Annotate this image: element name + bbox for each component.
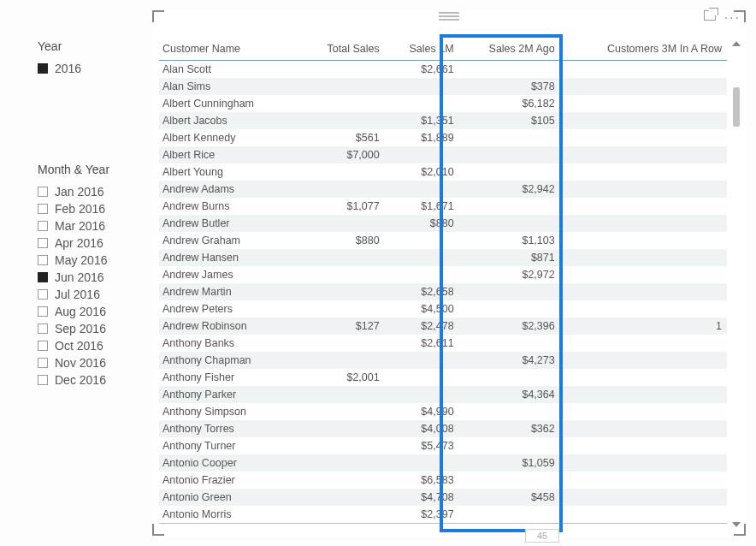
slicer-year-item[interactable]: 2016 bbox=[38, 60, 140, 77]
checkbox-icon[interactable] bbox=[38, 375, 48, 385]
cell-c3 bbox=[560, 112, 727, 129]
slicer-month-label: Jul 2016 bbox=[55, 288, 100, 301]
cell-name: Alan Sims bbox=[159, 78, 298, 95]
slicer-month-label: Mar 2016 bbox=[55, 219, 105, 233]
cell-name: Anthony Turner bbox=[159, 437, 298, 454]
table-row[interactable]: Albert Cunningham$6,182 bbox=[159, 95, 727, 112]
slicer-month-item[interactable]: Apr 2016 bbox=[38, 234, 140, 252]
slicer-month-label: Sep 2016 bbox=[55, 322, 106, 335]
cell-c3 bbox=[560, 403, 727, 420]
table-row[interactable]: Antonio Frazier$6,583 bbox=[159, 472, 727, 489]
slicer-month-item[interactable]: Jul 2016 bbox=[38, 286, 140, 303]
slicer-month-label: Jan 2016 bbox=[55, 185, 104, 199]
cell-c3 bbox=[560, 454, 727, 472]
table-row[interactable]: Andrew Martin$2,658 bbox=[159, 283, 727, 300]
cell-total bbox=[298, 95, 385, 112]
cell-total: $2,001 bbox=[298, 369, 385, 386]
cell-lm bbox=[385, 249, 459, 266]
col-header-3m[interactable]: Customers 3M In A Row bbox=[560, 38, 727, 61]
cell-name: Antonio Cooper bbox=[159, 454, 298, 472]
table-row[interactable]: Andrew Butler$880 bbox=[159, 215, 727, 232]
checkbox-icon[interactable] bbox=[38, 63, 48, 74]
cell-lm bbox=[385, 95, 459, 112]
slicer-month-item[interactable]: May 2016 bbox=[38, 252, 140, 269]
table-row[interactable]: Andrew Burns$1,077$1,671 bbox=[159, 198, 727, 215]
cell-lm: $5,473 bbox=[385, 437, 459, 454]
cell-m2 bbox=[459, 437, 560, 454]
table-row[interactable]: Albert Kennedy$561$1,889 bbox=[159, 129, 727, 146]
vertical-scrollbar[interactable] bbox=[732, 41, 741, 527]
checkbox-icon[interactable] bbox=[38, 323, 48, 334]
cell-lm bbox=[385, 454, 459, 472]
cell-m2: $871 bbox=[459, 249, 560, 266]
table-row[interactable]: Andrew Robinson$127$2,478$2,3961 bbox=[159, 318, 727, 335]
table-row[interactable]: Alan Sims$378 bbox=[159, 78, 727, 95]
checkbox-icon[interactable] bbox=[38, 272, 48, 282]
table-row[interactable]: Antonio Morris$2,397 bbox=[159, 506, 727, 524]
drag-handle-icon[interactable] bbox=[439, 12, 459, 21]
slicer-month-item[interactable]: Feb 2016 bbox=[38, 200, 140, 217]
cell-name: Andrew Hansen bbox=[159, 249, 298, 266]
table-row[interactable]: Anthony Fisher$2,001 bbox=[159, 369, 727, 386]
slicer-month-item[interactable]: Oct 2016 bbox=[38, 337, 140, 354]
checkbox-icon[interactable] bbox=[38, 255, 48, 265]
table-row[interactable]: Anthony Chapman$4,273 bbox=[159, 352, 727, 369]
checkbox-icon[interactable] bbox=[38, 221, 48, 231]
slicer-month-item[interactable]: Jan 2016 bbox=[38, 183, 140, 200]
checkbox-icon[interactable] bbox=[38, 204, 48, 214]
table-visual[interactable]: ··· Customer Name Total Sales Sales LM S… bbox=[152, 10, 746, 536]
cell-total bbox=[298, 454, 385, 472]
slicer-month-label: Nov 2016 bbox=[55, 356, 106, 370]
cell-name: Anthony Simpson bbox=[159, 403, 298, 420]
focus-mode-icon[interactable] bbox=[704, 10, 716, 21]
scroll-down-icon[interactable] bbox=[732, 522, 741, 527]
table-row[interactable]: Albert Young$2,010 bbox=[159, 163, 727, 181]
table-row[interactable]: Andrew James$2,972 bbox=[159, 266, 727, 283]
scroll-thumb[interactable] bbox=[733, 87, 740, 127]
table-row[interactable]: Anthony Simpson$4,990 bbox=[159, 403, 727, 420]
cell-lm bbox=[385, 232, 459, 249]
table-row[interactable]: Albert Jacobs$1,351$105 bbox=[159, 112, 727, 129]
col-header-total[interactable]: Total Sales bbox=[298, 38, 385, 61]
table-row[interactable]: Anthony Banks$2,611 bbox=[159, 335, 727, 352]
checkbox-icon[interactable] bbox=[38, 358, 48, 368]
cell-total: $1,077 bbox=[298, 198, 385, 215]
slicer-month-item[interactable]: Dec 2016 bbox=[38, 371, 140, 389]
checkbox-icon[interactable] bbox=[38, 306, 48, 317]
slicer-month-item[interactable]: Aug 2016 bbox=[38, 303, 140, 320]
cell-lm: $2,010 bbox=[385, 163, 459, 181]
table-row[interactable]: Albert Rice$7,000 bbox=[159, 146, 727, 163]
table-row[interactable]: Andrew Peters$4,500 bbox=[159, 300, 727, 318]
table-row[interactable]: Anthony Turner$5,473 bbox=[159, 437, 727, 454]
cell-name: Antonio Morris bbox=[159, 506, 298, 524]
checkbox-icon[interactable] bbox=[38, 289, 48, 300]
col-header-lm[interactable]: Sales LM bbox=[385, 38, 459, 61]
checkbox-icon[interactable] bbox=[38, 187, 48, 197]
checkbox-icon[interactable] bbox=[38, 341, 48, 351]
table-row[interactable]: Anthony Parker$4,364 bbox=[159, 386, 727, 403]
cell-m2: $105 bbox=[459, 112, 560, 129]
slicer-month-item[interactable]: Jun 2016 bbox=[38, 269, 140, 286]
slicer-month-item[interactable]: Nov 2016 bbox=[38, 354, 140, 371]
scroll-up-icon[interactable] bbox=[732, 41, 741, 46]
cell-total bbox=[298, 249, 385, 266]
resize-handle-tl[interactable] bbox=[152, 10, 164, 22]
table-row[interactable]: Andrew Hansen$871 bbox=[159, 249, 727, 266]
table-row[interactable]: Andrew Graham$880$1,103 bbox=[159, 232, 727, 249]
checkbox-icon[interactable] bbox=[38, 238, 48, 248]
col-header-2m[interactable]: Sales 2M Ago bbox=[459, 38, 560, 61]
table-row[interactable]: Anthony Torres$4,008$362 bbox=[159, 420, 727, 437]
total-lm: $865,939 bbox=[385, 524, 459, 530]
cell-c3 bbox=[560, 78, 727, 95]
table-row[interactable]: Antonio Green$4,708$458 bbox=[159, 489, 727, 506]
table-row[interactable]: Antonio Cooper$1,059 bbox=[159, 454, 727, 472]
page-indicator: 45 bbox=[525, 529, 559, 543]
cell-c3 bbox=[560, 249, 727, 266]
slicer-month-item[interactable]: Sep 2016 bbox=[38, 320, 140, 337]
slicer-month-item[interactable]: Mar 2016 bbox=[38, 217, 140, 234]
cell-lm: $1,671 bbox=[385, 198, 459, 215]
col-header-customer[interactable]: Customer Name bbox=[159, 38, 298, 61]
more-options-icon[interactable]: ··· bbox=[724, 10, 741, 26]
table-row[interactable]: Andrew Adams$2,942 bbox=[159, 181, 727, 198]
table-row[interactable]: Alan Scott$2,661 bbox=[159, 61, 727, 79]
